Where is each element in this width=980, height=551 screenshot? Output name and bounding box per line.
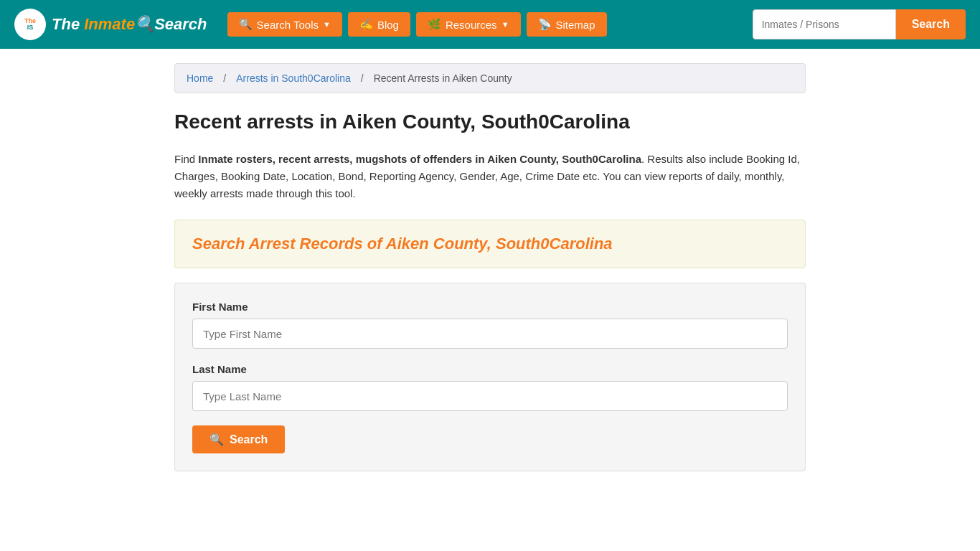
sitemap-icon: 📡	[538, 18, 552, 31]
sitemap-button[interactable]: 📡 Sitemap	[527, 12, 607, 37]
logo-text: The Inmate🔍Search	[52, 15, 207, 34]
page-description: Find Inmate rosters, recent arrests, mug…	[174, 151, 806, 202]
breadcrumb-home[interactable]: Home	[187, 72, 213, 84]
resources-label: Resources	[446, 19, 497, 31]
breadcrumb-current: Recent Arrests in Aiken County	[374, 72, 512, 84]
header-search-button-label: Search	[912, 18, 950, 30]
last-name-label: Last Name	[192, 363, 788, 375]
header: The IS The Inmate🔍Search 🔍 Search Tools …	[0, 0, 980, 49]
search-tools-icon: 🔍	[239, 18, 253, 31]
resources-icon: 🌿	[428, 18, 441, 31]
logo[interactable]: The IS The Inmate🔍Search	[14, 9, 207, 40]
header-search-input[interactable]	[753, 9, 896, 39]
chevron-down-icon: ▼	[323, 20, 331, 29]
search-button-icon: 🔍	[209, 433, 224, 446]
logo-icon: The IS	[14, 9, 46, 40]
sitemap-label: Sitemap	[556, 19, 595, 31]
breadcrumb-sep-1: /	[223, 72, 226, 84]
resources-button[interactable]: 🌿 Resources ▼	[416, 12, 521, 37]
search-tools-button[interactable]: 🔍 Search Tools ▼	[227, 12, 342, 37]
blog-button[interactable]: ✍ Blog	[348, 12, 410, 37]
main-content: Home / Arrests in South0Carolina / Recen…	[160, 49, 820, 500]
blog-label: Blog	[377, 19, 399, 31]
first-name-label: First Name	[192, 301, 788, 313]
breadcrumb-arrests[interactable]: Arrests in South0Carolina	[236, 72, 351, 84]
search-heading-block: Search Arrest Records of Aiken County, S…	[174, 220, 806, 268]
search-button[interactable]: 🔍 Search	[192, 425, 285, 453]
blog-icon: ✍	[359, 18, 373, 31]
page-title: Recent arrests in Aiken County, South0Ca…	[174, 110, 806, 133]
search-tools-label: Search Tools	[257, 19, 319, 31]
first-name-input[interactable]	[192, 319, 788, 349]
search-section-heading: Search Arrest Records of Aiken County, S…	[192, 235, 788, 253]
breadcrumb: Home / Arrests in South0Carolina / Recen…	[174, 63, 806, 93]
last-name-input[interactable]	[192, 381, 788, 411]
header-search-button[interactable]: Search	[896, 9, 966, 39]
form-section: First Name Last Name 🔍 Search	[174, 283, 806, 471]
last-name-group: Last Name	[192, 363, 788, 411]
header-search: Search	[753, 9, 966, 39]
breadcrumb-sep-2: /	[361, 72, 364, 84]
description-bold: Inmate rosters, recent arrests, mugshots…	[198, 153, 641, 165]
first-name-group: First Name	[192, 301, 788, 349]
chevron-down-icon-resources: ▼	[501, 20, 509, 29]
search-button-label: Search	[230, 433, 268, 446]
main-nav: 🔍 Search Tools ▼ ✍ Blog 🌿 Resources ▼ 📡 …	[227, 12, 607, 37]
